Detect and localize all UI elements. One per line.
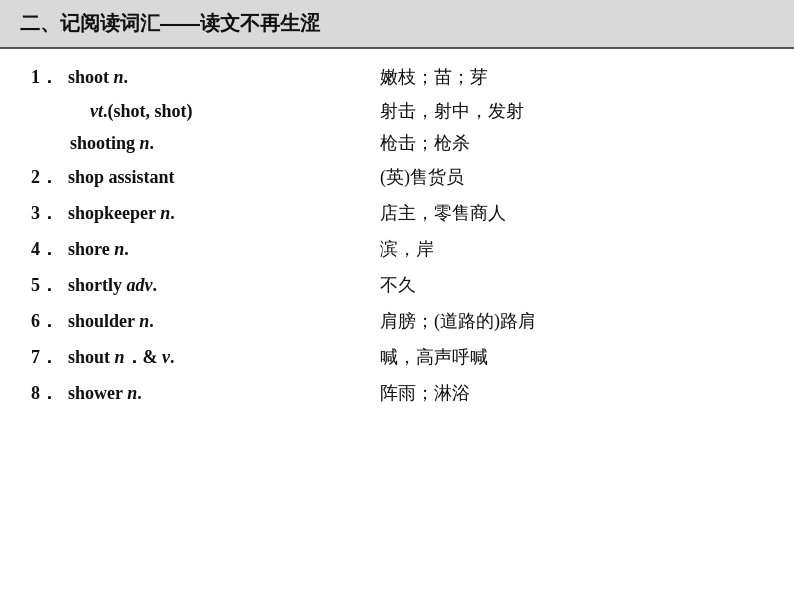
entry-num: 7．	[30, 345, 58, 369]
sub-left2: shooting n.	[30, 133, 380, 154]
entry-word: shoulder n.	[68, 311, 154, 331]
sub-translation2: 枪击；枪杀	[380, 131, 764, 155]
vocab-row-shoot: 1． shoot n. 嫩枝；苗；芽	[30, 59, 764, 95]
entry-num: 8．	[30, 381, 58, 405]
entry-word: shower n.	[68, 383, 142, 403]
sub-row-shooting: shooting n. 枪击；枪杀	[30, 127, 764, 159]
sub-translation: 射击，射中，发射	[380, 99, 764, 123]
section-title: 二、记阅读词汇——读文不再生涩	[20, 12, 320, 34]
vocab-row-shower: 8． shower n. 阵雨；淋浴	[30, 375, 764, 411]
entry-word: shout n．& v.	[68, 347, 175, 367]
entry-translation: 嫩枝；苗；芽	[380, 65, 764, 89]
entry-translation: 喊，高声呼喊	[380, 345, 764, 369]
entry-translation: 阵雨；淋浴	[380, 381, 764, 405]
entry-num: 2．	[30, 165, 58, 189]
left-col: 8． shower n.	[30, 381, 380, 405]
entry-word: shopkeeper n.	[68, 203, 175, 223]
vocab-row-shop-assistant: 2． shop assistant (英)售货员	[30, 159, 764, 195]
entry-num: 1．	[30, 65, 58, 89]
entry-num: 6．	[30, 309, 58, 333]
entry-translation: 不久	[380, 273, 764, 297]
entry-word: shoot n.	[68, 67, 128, 87]
sub-row-vt: vt.(shot, shot) 射击，射中，发射	[30, 95, 764, 127]
vocab-row-shortly: 5． shortly adv. 不久	[30, 267, 764, 303]
left-col: 3． shopkeeper n.	[30, 201, 380, 225]
page: 二、记阅读词汇——读文不再生涩 1． shoot n. 嫩枝；苗；芽 vt.(s…	[0, 0, 794, 596]
vocab-content: 1． shoot n. 嫩枝；苗；芽 vt.(shot, shot) 射击，射中…	[0, 49, 794, 421]
left-col: 1． shoot n.	[30, 65, 380, 89]
entry-word: shop assistant	[68, 167, 175, 187]
entry-num: 5．	[30, 273, 58, 297]
vocab-row-shopkeeper: 3． shopkeeper n. 店主，零售商人	[30, 195, 764, 231]
left-col: 4． shore n.	[30, 237, 380, 261]
entry-translation: (英)售货员	[380, 165, 764, 189]
left-col: 2． shop assistant	[30, 165, 380, 189]
vocab-row-shout: 7． shout n．& v. 喊，高声呼喊	[30, 339, 764, 375]
entry-translation: 肩膀；(道路的)路肩	[380, 309, 764, 333]
left-col: 7． shout n．& v.	[30, 345, 380, 369]
entry-word: shore n.	[68, 239, 129, 259]
entry-translation: 滨，岸	[380, 237, 764, 261]
section-header: 二、记阅读词汇——读文不再生涩	[0, 0, 794, 49]
left-col: 6． shoulder n.	[30, 309, 380, 333]
entry-word: shortly adv.	[68, 275, 157, 295]
vocab-row-shoulder: 6． shoulder n. 肩膀；(道路的)路肩	[30, 303, 764, 339]
sub-left: vt.(shot, shot)	[30, 101, 380, 122]
left-col: 5． shortly adv.	[30, 273, 380, 297]
vocab-row-shore: 4． shore n. 滨，岸	[30, 231, 764, 267]
entry-translation: 店主，零售商人	[380, 201, 764, 225]
entry-num: 4．	[30, 237, 58, 261]
entry-num: 3．	[30, 201, 58, 225]
sub-word2: shooting n.	[70, 133, 154, 153]
sub-word: vt.(shot, shot)	[90, 101, 193, 121]
